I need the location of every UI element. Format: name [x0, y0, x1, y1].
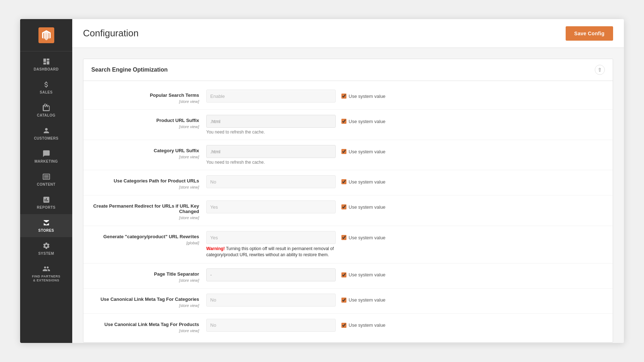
product-url-suffix-system-value[interactable]: Use system value: [341, 119, 386, 124]
partners-icon: [42, 264, 50, 273]
dashboard-icon: [42, 57, 50, 66]
canonical-categories-system-value-label: Use system value: [349, 297, 386, 303]
save-config-button[interactable]: Save Config: [566, 26, 613, 41]
canonical-products-checkbox[interactable]: [341, 323, 346, 328]
create-permanent-redirect-scope: [store view]: [179, 216, 199, 220]
sidebar-item-catalog[interactable]: CATALOG: [20, 99, 72, 122]
canonical-categories-select[interactable]: No Yes: [206, 294, 336, 307]
field-row-canonical-products: Use Canonical Link Meta Tag For Products…: [83, 314, 613, 339]
magento-logo-icon: [38, 27, 54, 43]
create-permanent-redirect-system-value-label: Use system value: [349, 204, 386, 210]
category-url-suffix-label: Category URL Suffix: [91, 148, 199, 153]
sales-icon: [42, 80, 50, 89]
popular-search-terms-system-value-label: Use system value: [349, 94, 386, 99]
canonical-products-select[interactable]: No Yes: [206, 319, 336, 332]
sidebar-item-label-customers: CUSTOMERS: [34, 136, 58, 141]
reports-icon: [42, 195, 50, 204]
create-permanent-redirect-select[interactable]: Yes No: [206, 200, 336, 213]
generate-url-rewrites-checkbox[interactable]: [341, 235, 346, 240]
use-categories-path-system-value[interactable]: Use system value: [341, 179, 386, 185]
product-url-suffix-input[interactable]: [206, 115, 336, 128]
field-row-create-permanent-redirect: Create Permanent Redirect for URLs if UR…: [83, 195, 613, 226]
warning-label: Warning!: [206, 246, 225, 251]
create-permanent-redirect-label: Create Permanent Redirect for URLs if UR…: [91, 203, 199, 214]
canonical-products-label: Use Canonical Link Meta Tag For Products: [91, 322, 199, 327]
seo-section-header: Search Engine Optimization ⇧: [83, 59, 613, 81]
sidebar-item-reports[interactable]: REPORTS: [20, 191, 72, 214]
catalog-icon: [42, 103, 50, 112]
sidebar-item-system[interactable]: SYSTEM: [20, 237, 72, 260]
category-url-suffix-system-value[interactable]: Use system value: [341, 149, 386, 154]
field-row-popular-search-terms: Popular Search Terms [store view] Enable…: [83, 85, 613, 110]
stores-icon: [42, 218, 50, 227]
generate-url-rewrites-system-value[interactable]: Use system value: [341, 235, 386, 240]
use-categories-path-select[interactable]: No Yes: [206, 175, 336, 188]
category-url-suffix-scope: [store view]: [179, 155, 199, 159]
marketing-icon: [42, 149, 50, 158]
canonical-products-scope: [store view]: [179, 329, 199, 333]
chevron-up-icon: ⇧: [598, 67, 602, 73]
canonical-categories-label: Use Canonical Link Meta Tag For Categori…: [91, 297, 199, 302]
page-title-separator-checkbox[interactable]: [341, 272, 346, 277]
use-categories-path-system-value-label: Use system value: [349, 179, 386, 185]
create-permanent-redirect-system-value[interactable]: Use system value: [341, 204, 386, 210]
use-categories-path-label: Use Categories Path for Product URLs: [91, 178, 199, 184]
sidebar-logo: [20, 19, 72, 51]
generate-url-rewrites-system-value-label: Use system value: [349, 235, 386, 240]
popular-search-terms-select[interactable]: Enable Disable: [206, 90, 336, 103]
canonical-products-system-value[interactable]: Use system value: [341, 322, 386, 328]
generate-url-rewrites-warning: Warning! Turning this option off will re…: [206, 246, 336, 258]
product-url-suffix-scope: [store view]: [179, 125, 199, 129]
create-permanent-redirect-checkbox[interactable]: [341, 204, 346, 209]
canonical-categories-scope: [store view]: [179, 303, 199, 308]
page-title: Configuration: [83, 28, 139, 39]
page-title-separator-system-value[interactable]: Use system value: [341, 272, 386, 277]
sidebar-item-label-reports: REPORTS: [37, 205, 56, 210]
sidebar-item-content[interactable]: CONTENT: [20, 168, 72, 191]
page-title-separator-scope: [store view]: [179, 278, 199, 282]
sidebar-item-marketing[interactable]: MARKETING: [20, 145, 72, 168]
content-icon: [42, 172, 50, 181]
use-categories-path-scope: [store view]: [179, 185, 199, 189]
product-url-suffix-system-value-label: Use system value: [349, 119, 386, 124]
product-url-suffix-note: You need to refresh the cache.: [206, 130, 605, 135]
popular-search-terms-checkbox[interactable]: [341, 94, 346, 99]
category-url-suffix-input[interactable]: [206, 145, 336, 158]
canonical-categories-system-value[interactable]: Use system value: [341, 297, 386, 303]
page-title-separator-system-value-label: Use system value: [349, 272, 386, 277]
product-url-suffix-label: Product URL Suffix: [91, 118, 199, 123]
sidebar-item-label-content: CONTENT: [37, 182, 56, 187]
field-row-generate-url-rewrites: Generate "category/product" URL Rewrites…: [83, 226, 613, 263]
sidebar-item-partners[interactable]: FIND PARTNERS& EXTENSIONS: [20, 260, 72, 287]
system-icon: [42, 241, 50, 250]
generate-url-rewrites-select[interactable]: Yes No: [206, 231, 336, 244]
sidebar-item-label-system: SYSTEM: [38, 252, 54, 256]
sidebar-item-customers[interactable]: CUSTOMERS: [20, 122, 72, 145]
popular-search-terms-label: Popular Search Terms: [91, 92, 199, 98]
popular-search-terms-system-value[interactable]: Use system value: [341, 94, 386, 99]
canonical-categories-checkbox[interactable]: [341, 298, 346, 303]
generate-url-rewrites-label: Generate "category/product" URL Rewrites: [91, 234, 199, 239]
sidebar-navigation: DASHBOARD SALES CATALOG: [20, 51, 72, 287]
page-title-separator-input[interactable]: [206, 268, 336, 281]
sidebar-item-label-dashboard: DASHBOARD: [34, 67, 59, 72]
collapse-section-button[interactable]: ⇧: [595, 65, 605, 75]
field-row-product-url-suffix: Product URL Suffix [store view] Use syst…: [83, 110, 613, 140]
sidebar-item-stores[interactable]: STORES: [20, 214, 72, 237]
main-content: Configuration Save Config Search Engine …: [72, 19, 624, 343]
page-title-separator-label: Page Title Separator: [91, 271, 199, 277]
field-row-canonical-categories: Use Canonical Link Meta Tag For Categori…: [83, 289, 613, 314]
category-url-suffix-system-value-label: Use system value: [349, 149, 386, 154]
category-url-suffix-note: You need to refresh the cache.: [206, 160, 605, 165]
product-url-suffix-checkbox[interactable]: [341, 119, 346, 124]
content-area: Search Engine Optimization ⇧ Popular Sea…: [72, 48, 624, 343]
sidebar-item-label-catalog: CATALOG: [37, 113, 55, 118]
sidebar-item-sales[interactable]: SALES: [20, 76, 72, 99]
sidebar-item-dashboard[interactable]: DASHBOARD: [20, 53, 72, 76]
canonical-products-system-value-label: Use system value: [349, 322, 386, 328]
sidebar-item-label-marketing: MARKETING: [34, 159, 58, 164]
use-categories-path-checkbox[interactable]: [341, 179, 346, 184]
page-header: Configuration Save Config: [72, 19, 624, 48]
category-url-suffix-checkbox[interactable]: [341, 149, 346, 154]
generate-url-rewrites-scope: [global]: [187, 241, 199, 245]
